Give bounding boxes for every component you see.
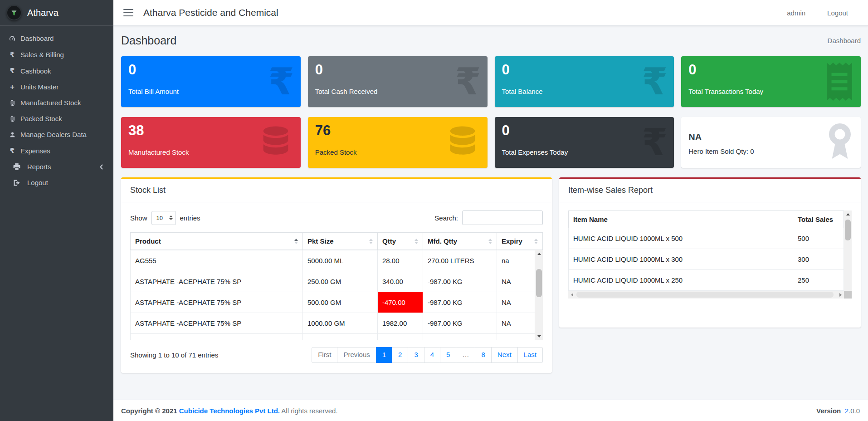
card-total-expenses-today: 0 Total Expenses Today ₹ <box>495 117 674 168</box>
page-size-select[interactable]: 10 <box>151 211 176 225</box>
logout-link[interactable]: Logout <box>827 9 848 17</box>
search-input[interactable] <box>462 210 543 225</box>
company-link[interactable]: Cubicide Technologies Pvt Ltd. <box>179 407 280 415</box>
card-value: 0 <box>688 62 853 78</box>
cell-product: ASTAPHATE -ACEPHATE 75% SP <box>131 292 303 313</box>
scroll-up-icon[interactable] <box>844 210 852 218</box>
sales-horizontal-scrollbar[interactable] <box>568 291 852 299</box>
content: Dashboard Dashboard 0 Total Bill Amount … <box>113 26 868 400</box>
scroll-right-icon[interactable] <box>837 291 844 299</box>
card-label: Total Cash Received <box>315 88 480 95</box>
version-link[interactable]: 2 <box>845 407 848 415</box>
sidebar-item-label: Manufactured Stock <box>20 99 81 107</box>
sidebar-item-units-master[interactable]: + Units Master <box>0 79 113 95</box>
card-hero-item-sold: NA Hero Item Sold Qty: 0 <box>681 117 861 168</box>
page-next-button[interactable]: Next <box>491 347 518 363</box>
sidebar-item-manage-dealers[interactable]: Manage Dealers Data <box>0 127 113 142</box>
scroll-left-icon[interactable] <box>568 291 575 299</box>
cell-item-name: HUMIC ACID LIQUID 1000ML x 500 <box>569 228 793 249</box>
cell-qtty: 340.00 <box>378 271 423 292</box>
column-header-mfd-qtty[interactable]: Mfd. Qtty <box>423 233 497 250</box>
sales-table-area: Item Name Total Sales HUMIC ACID LIQUID … <box>568 210 852 299</box>
stock-list-panel: Stock List Show 10 <box>121 177 552 373</box>
card-value: 38 <box>128 123 293 138</box>
stock-table-scrollbar[interactable] <box>535 250 543 340</box>
cell-mfd-qtty: 270.00 LITERS <box>423 250 497 271</box>
scrollbar-thumb[interactable] <box>536 269 542 297</box>
card-value: 0 <box>502 62 667 78</box>
sales-report-panel: Item-wise Sales Report Item Name Total S… <box>559 177 861 328</box>
column-header-expiry[interactable]: Expiry <box>497 233 543 250</box>
page-first-button[interactable]: First <box>312 347 337 363</box>
card-manufactured-stock: 38 Manufactured Stock <box>121 117 301 168</box>
cell-pkt-size: 1000.00 GM <box>303 313 378 334</box>
sidebar-menu: Dashboard ₹ Sales & Billing ₹ Cashbook +… <box>0 26 113 191</box>
scroll-up-icon[interactable] <box>535 250 543 257</box>
cell-product: ASTAPHATE -ACEPHATE 75% SP <box>131 271 303 292</box>
stock-table-header: Product Pkt Size Qtty Mfd. Qtty Expiry <box>130 232 543 250</box>
scroll-down-icon[interactable] <box>535 333 543 340</box>
sidebar-item-logout[interactable]: Logout <box>0 175 113 191</box>
copyright-text: Copyright © 2021 Cubicide Technologies P… <box>121 407 338 415</box>
sales-table: Item Name Total Sales HUMIC ACID LIQUID … <box>568 210 844 291</box>
hamburger-menu-icon[interactable] <box>123 9 133 16</box>
plus-icon: + <box>7 83 17 91</box>
sort-asc-icon <box>294 239 298 244</box>
page-1-button[interactable]: 1 <box>376 347 392 363</box>
column-header-item-name[interactable]: Item Name <box>569 211 793 228</box>
table-summary: Showing 1 to 10 of 71 entries <box>130 351 218 359</box>
stock-table: AG555 5000.00 ML 28.00 270.00 LITERS na … <box>130 250 535 340</box>
app-window: Atharva Dashboard ₹ Sales & Billing ₹ Ca… <box>0 0 868 421</box>
table-row: HUMIC ACID LIQUID 1000ML x 250 250 <box>569 270 844 291</box>
paperclip-icon <box>7 115 17 122</box>
sidebar-item-reports[interactable]: Reports <box>0 159 113 175</box>
column-header-pkt-size[interactable]: Pkt Size <box>303 233 378 250</box>
card-total-transactions-today: 0 Total Transactions Today <box>681 56 861 107</box>
sidebar-item-expenses[interactable]: ₹ Expenses <box>0 142 113 159</box>
page-previous-button[interactable]: Previous <box>337 347 376 363</box>
footer: Copyright © 2021 Cubicide Technologies P… <box>113 400 868 421</box>
table-row: ASTAPHATE -ACEPHATE 75% SP 1000.00 GM 19… <box>131 313 535 334</box>
cell-product: ATM <box>131 334 303 340</box>
sales-table-scrollbar[interactable] <box>844 210 852 295</box>
page-8-button[interactable]: 8 <box>475 347 491 363</box>
printer-icon <box>12 163 22 171</box>
sidebar-item-packed-stock[interactable]: Packed Stock <box>0 111 113 127</box>
card-total-bill-amount: 0 Total Bill Amount ₹ <box>121 56 301 107</box>
cell-qtty-negative: -470.00 <box>378 292 423 313</box>
sidebar-item-label: Cashbook <box>20 67 51 75</box>
cell-total-sales: 500 <box>793 228 844 249</box>
user-menu-link[interactable]: admin <box>787 9 805 17</box>
scrollbar-thumb[interactable] <box>845 220 851 240</box>
table-row: ASTAPHATE -ACEPHATE 75% SP 500.00 GM -47… <box>131 292 535 313</box>
top-navbar: Atharva Pesticide and Chemical admin Log… <box>113 0 868 26</box>
cell-mfd-qtty: -987.00 KG <box>423 292 497 313</box>
brand-link[interactable]: Atharva <box>0 0 113 26</box>
cell-expiry: na <box>497 250 535 271</box>
cell-pkt-size: 5000.00 ML <box>303 250 378 271</box>
cell-expiry: NA <box>497 313 535 334</box>
rupee-icon: ₹ <box>7 67 17 75</box>
cell-qtty: 500.00 <box>378 334 423 340</box>
sidebar-item-manufactured-stock[interactable]: Manufactured Stock <box>0 95 113 111</box>
atharva-logo-icon <box>6 5 22 20</box>
cell-qtty: 1982.00 <box>378 313 423 334</box>
column-header-product[interactable]: Product <box>131 233 303 250</box>
sidebar-item-sales-billing[interactable]: ₹ Sales & Billing <box>0 46 113 63</box>
page-3-button[interactable]: 3 <box>408 347 424 363</box>
page-last-button[interactable]: Last <box>517 347 543 363</box>
stock-list-title: Stock List <box>121 179 552 202</box>
page-4-button[interactable]: 4 <box>424 347 440 363</box>
page-2-button[interactable]: 2 <box>392 347 408 363</box>
page-5-button[interactable]: 5 <box>440 347 456 363</box>
column-header-qtty[interactable]: Qtty <box>378 233 423 250</box>
cell-qtty: 28.00 <box>378 250 423 271</box>
sidebar-item-cashbook[interactable]: ₹ Cashbook <box>0 63 113 79</box>
column-header-total-sales[interactable]: Total Sales <box>793 211 844 228</box>
version-label: Version_ <box>816 407 845 415</box>
scrollbar-thumb[interactable] <box>576 292 834 298</box>
card-value: 0 <box>315 62 480 78</box>
cell-item-name: HUMIC ACID LIQUID 1000ML x 250 <box>569 270 793 291</box>
sidebar-item-dashboard[interactable]: Dashboard <box>0 30 113 46</box>
sort-icon <box>488 239 492 244</box>
